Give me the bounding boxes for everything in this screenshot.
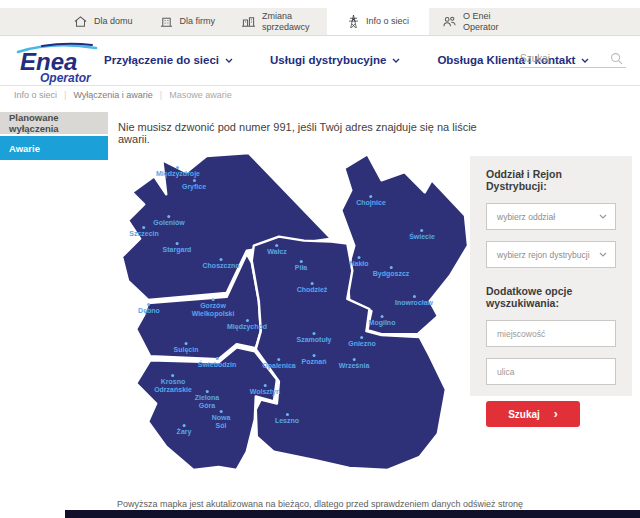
sidebar-item-awarie[interactable]: Awarie [0, 136, 108, 160]
map-city-name: Sulęcin [174, 346, 199, 354]
select-rejon-value: wybierz rejon dystrybucji [497, 250, 590, 260]
map-city-label: Dębno [138, 303, 160, 315]
chevron-down-icon [225, 58, 233, 63]
enea-logo[interactable]: Enea Operator [12, 39, 104, 89]
szukaj-button[interactable]: Szukaj › [486, 401, 580, 427]
search-input[interactable] [520, 50, 610, 67]
map-city-name: Nowa Sól [212, 414, 231, 430]
map-city-name: Gorzów Wielkopolski [192, 302, 235, 318]
map-city-dot [142, 226, 145, 229]
szukaj-button-label: Szukaj [508, 409, 540, 420]
tab-dla-domu[interactable]: Dla domu [60, 8, 146, 35]
map-city-name: Międzychód [227, 323, 267, 331]
panel-section-title-oddzial: Oddział i Rejon Dystrybucji: [486, 168, 616, 192]
panel-section-title-dodatkowe: Dodatkowe opcje wyszukiwania: [486, 285, 616, 309]
map-city-label: Sulęcin [174, 342, 199, 354]
map-city-label: Krosno Odrzańskie [154, 374, 192, 394]
map-city-name: Szamotuły [296, 336, 331, 344]
chevron-down-icon [392, 58, 400, 63]
tab-label: Info o sieci [366, 16, 409, 26]
map-city-dot [168, 215, 171, 218]
map-city-name: Leszno [275, 417, 299, 425]
map-city-label: Żary [177, 424, 192, 436]
tab-info-o-sieci[interactable]: Info o sieci [327, 8, 429, 35]
nav-przylaczenie[interactable]: Przyłączenie do sieci [104, 54, 233, 66]
map-city-name: Gryfice [182, 183, 206, 191]
main-header: Enea Operator Przyłączenie do sieci Usłu… [0, 36, 640, 86]
map-city-label: Bydgoszcz [373, 266, 410, 278]
tab-label: Dla domu [94, 16, 133, 26]
pylon-icon [347, 14, 360, 29]
map-city-dot [275, 244, 278, 247]
arrow-right-icon: › [554, 408, 558, 420]
map-city-name: Inowrocław [395, 299, 433, 307]
breadcrumb-separator: | [64, 90, 66, 100]
map-city-dot [263, 384, 266, 387]
map-city-dot [390, 266, 393, 269]
map-city-name: Międzyzdroje [156, 170, 200, 178]
map-city-dot [211, 298, 214, 301]
sidebar-item-planowane-wylaczenia[interactable]: Planowane wyłączenia [0, 112, 108, 134]
search-box [520, 50, 626, 68]
map-city-label: Międzychód [227, 319, 267, 331]
breadcrumb-masowe-awarie: Masowe awarie [169, 90, 232, 100]
map-city-name: Bydgoszcz [373, 270, 410, 278]
map-city-name: Mogilno [369, 319, 396, 327]
map-city-name: Zielona Góra [195, 394, 220, 410]
map-city-dot [219, 410, 222, 413]
map-city-label: Chodzież [297, 282, 328, 294]
map-city-label: Stargard [163, 242, 192, 254]
map-city-label: Szamotuły [296, 332, 331, 344]
nav-uslugi[interactable]: Usługi dystrybucyjne [270, 54, 400, 66]
home-icon [73, 15, 88, 28]
map-city-dot [246, 319, 249, 322]
map-city-label: Gorzów Wielkopolski [192, 298, 235, 318]
breadcrumb-info-o-sieci[interactable]: Info o sieci [14, 90, 57, 100]
map-city-label: Chojnice [356, 195, 386, 207]
breadcrumb-wylaczenia[interactable]: Wyłączenia i awarie [73, 90, 152, 100]
map-city-name: Poznań [302, 358, 327, 366]
map-city-label: Mogilno [369, 315, 396, 327]
people-icon [442, 15, 457, 28]
map-city-dot [370, 195, 373, 198]
select-rejon[interactable]: wybierz rejon dystrybucji [486, 241, 616, 268]
map-city-label: Zielona Góra [195, 390, 220, 410]
footer-bar [65, 510, 640, 518]
map-city-name: Chodzież [297, 286, 328, 294]
city-field[interactable] [486, 320, 616, 347]
map-city-dot [312, 332, 315, 335]
map-city-dot [185, 342, 188, 345]
search-icon[interactable] [610, 52, 623, 65]
notice-text: Nie musisz dzwonić pod numer 991, jeśli … [118, 121, 478, 145]
map-city-dot [205, 390, 208, 393]
map-city-name: Świecie [409, 233, 435, 241]
tab-label: O Enei Operator [463, 11, 515, 32]
map-city-dot [172, 374, 175, 377]
map-city-label: Wolsztyn [250, 384, 281, 396]
map-city-label: Leszno [275, 413, 299, 425]
map-city-name: Stargard [163, 246, 192, 254]
map-city-label: Świebodzin [198, 357, 237, 369]
select-oddzial[interactable]: wybierz oddział [486, 203, 616, 230]
outage-map: MiędzyzdrojeGryficeGoleniówSzczecinStarg… [118, 150, 470, 472]
map-city-label: Świecie [409, 229, 435, 241]
tab-dla-firmy[interactable]: Dla firmy [146, 8, 229, 35]
tab-zmiana-sprzedawcy[interactable]: Zmiana sprzedawcy [228, 8, 327, 35]
tab-o-enei-operator[interactable]: O Enei Operator [429, 8, 528, 35]
buildings-icon [241, 15, 256, 28]
page: Dla domu Dla firmy Zmiana sprzedawcy Inf… [0, 0, 640, 518]
map-city-label: Międzyzdroje [156, 166, 200, 178]
map-footnote: Powyższa mapka jest akutalizowana na bie… [0, 499, 640, 509]
map-city-name: Chojnice [356, 199, 386, 207]
top-utility-bar: Dla domu Dla firmy Zmiana sprzedawcy Inf… [0, 8, 640, 36]
map-city-dot [312, 354, 315, 357]
map-city-dot [176, 166, 179, 169]
map-city-label: Poznań [302, 354, 327, 366]
street-field[interactable] [486, 358, 616, 385]
map-city-name: Gniezno [348, 340, 376, 348]
select-oddzial-value: wybierz oddział [497, 212, 555, 222]
map-city-dot [278, 358, 281, 361]
map-city-label: Nakło [349, 256, 368, 268]
map-city-dot [310, 282, 313, 285]
map-city-label: Września [339, 358, 370, 370]
